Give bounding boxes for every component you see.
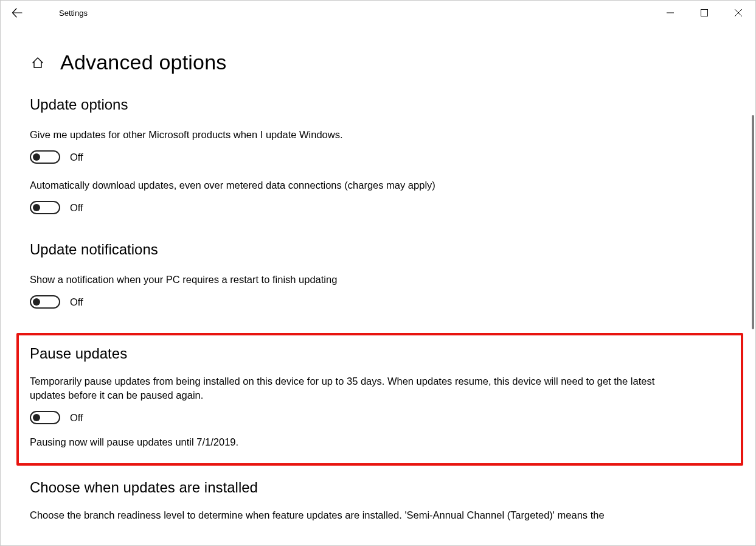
content-wrapper: Advanced options Update options Give me … [1,25,755,545]
toggle-other-microsoft-products[interactable] [30,150,60,164]
svg-rect-1 [701,10,708,16]
back-button[interactable] [3,1,31,25]
toggle-pause-updates-state: Off [70,412,83,424]
toggle-other-microsoft-products-state: Off [70,152,83,163]
back-arrow-icon [12,7,23,18]
update-notifications-item1-label: Show a notification when your PC require… [30,273,693,287]
section-pause-updates-heading: Pause updates [30,345,731,362]
maximize-icon [701,9,708,16]
section-update-notifications-heading: Update notifications [30,241,737,258]
scroll-area: Update options Give me updates for other… [1,96,755,522]
page-header: Advanced options [31,51,755,74]
page-title: Advanced options [60,51,227,74]
toggle-restart-notification[interactable] [30,295,60,309]
app-title: Settings [59,9,88,18]
titlebar: Settings [1,1,755,25]
scrollbar-thumb[interactable] [752,115,754,329]
home-button[interactable] [31,56,44,69]
toggle-restart-notification-state: Off [70,296,83,308]
pause-updates-highlight: Pause updates Temporarily pause updates … [16,333,743,465]
section-choose-when-heading: Choose when updates are installed [30,479,737,496]
update-options-item1-label: Give me updates for other Microsoft prod… [30,128,693,142]
toggle-metered-download[interactable] [30,201,60,214]
maximize-button[interactable] [687,1,721,25]
pause-updates-note: Pausing now will pause updates until 7/1… [30,435,693,449]
close-icon [735,9,742,16]
minimize-button[interactable] [653,1,687,25]
choose-when-description: Choose the branch readiness level to det… [30,508,693,522]
home-icon [31,56,44,69]
toggle-metered-download-state: Off [70,202,83,214]
update-options-item2-label: Automatically download updates, even ove… [30,178,693,192]
pause-updates-description: Temporarily pause updates from being ins… [30,374,693,402]
toggle-pause-updates[interactable] [30,411,60,424]
settings-window: Settings [0,0,756,546]
close-button[interactable] [721,1,755,25]
section-update-options-heading: Update options [30,96,737,113]
minimize-icon [667,9,674,16]
